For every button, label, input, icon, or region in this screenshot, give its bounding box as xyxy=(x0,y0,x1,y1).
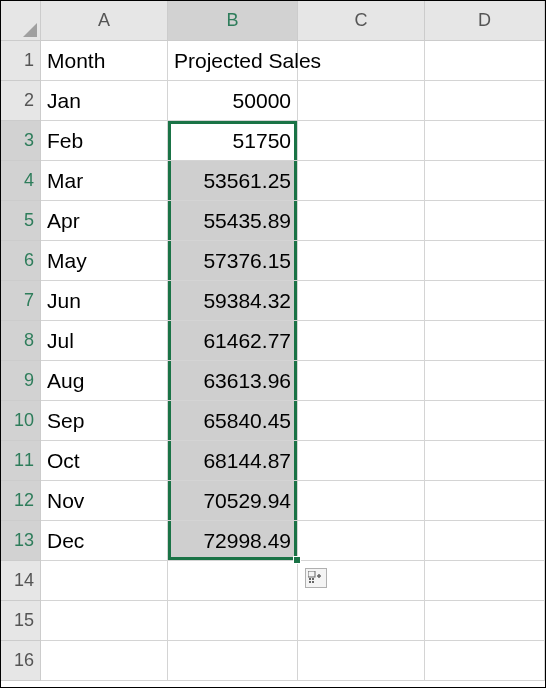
cell-A16[interactable] xyxy=(41,641,168,681)
cell-D8[interactable] xyxy=(425,321,545,361)
cell-C12[interactable] xyxy=(298,481,425,521)
row-header-12[interactable]: 12 xyxy=(1,481,41,521)
row-header-14[interactable]: 14 xyxy=(1,561,41,601)
cell-C3[interactable] xyxy=(298,121,425,161)
row-header-8[interactable]: 8 xyxy=(1,321,41,361)
cell-A1[interactable]: Month xyxy=(41,41,168,81)
row-header-16[interactable]: 16 xyxy=(1,641,41,681)
cell-C10[interactable] xyxy=(298,401,425,441)
row-header-1[interactable]: 1 xyxy=(1,41,41,81)
svg-rect-0 xyxy=(308,571,315,577)
svg-rect-3 xyxy=(309,581,311,583)
cell-A6[interactable]: May xyxy=(41,241,168,281)
cell-C16[interactable] xyxy=(298,641,425,681)
cell-B8[interactable]: 61462.77 xyxy=(168,321,298,361)
svg-rect-1 xyxy=(309,578,311,580)
cell-D9[interactable] xyxy=(425,361,545,401)
cell-A3[interactable]: Feb xyxy=(41,121,168,161)
select-all-corner[interactable] xyxy=(1,1,41,41)
cell-B6[interactable]: 57376.15 xyxy=(168,241,298,281)
cell-D12[interactable] xyxy=(425,481,545,521)
cell-D6[interactable] xyxy=(425,241,545,281)
cell-C6[interactable] xyxy=(298,241,425,281)
cell-C8[interactable] xyxy=(298,321,425,361)
cell-D1[interactable] xyxy=(425,41,545,81)
cell-A8[interactable]: Jul xyxy=(41,321,168,361)
row-header-5[interactable]: 5 xyxy=(1,201,41,241)
cell-D10[interactable] xyxy=(425,401,545,441)
cell-B7[interactable]: 59384.32 xyxy=(168,281,298,321)
row-header-11[interactable]: 11 xyxy=(1,441,41,481)
cell-C9[interactable] xyxy=(298,361,425,401)
cell-D5[interactable] xyxy=(425,201,545,241)
row-header-9[interactable]: 9 xyxy=(1,361,41,401)
row-header-2[interactable]: 2 xyxy=(1,81,41,121)
svg-rect-4 xyxy=(312,581,314,583)
row-header-4[interactable]: 4 xyxy=(1,161,41,201)
cell-B3[interactable]: 51750 xyxy=(168,121,298,161)
row-header-15[interactable]: 15 xyxy=(1,601,41,641)
cell-D15[interactable] xyxy=(425,601,545,641)
row-header-6[interactable]: 6 xyxy=(1,241,41,281)
row-header-3[interactable]: 3 xyxy=(1,121,41,161)
cell-B15[interactable] xyxy=(168,601,298,641)
cell-B13[interactable]: 72998.49 xyxy=(168,521,298,561)
cell-D14[interactable] xyxy=(425,561,545,601)
cell-A15[interactable] xyxy=(41,601,168,641)
cell-C13[interactable] xyxy=(298,521,425,561)
cell-C15[interactable] xyxy=(298,601,425,641)
cell-A4[interactable]: Mar xyxy=(41,161,168,201)
cell-C5[interactable] xyxy=(298,201,425,241)
svg-rect-2 xyxy=(312,578,314,580)
cell-A11[interactable]: Oct xyxy=(41,441,168,481)
cell-B10[interactable]: 65840.45 xyxy=(168,401,298,441)
cell-B1[interactable]: Projected Sales xyxy=(168,41,298,81)
cell-A12[interactable]: Nov xyxy=(41,481,168,521)
cell-D2[interactable] xyxy=(425,81,545,121)
cell-B11[interactable]: 68144.87 xyxy=(168,441,298,481)
cell-B12[interactable]: 70529.94 xyxy=(168,481,298,521)
row-header-13[interactable]: 13 xyxy=(1,521,41,561)
cell-C4[interactable] xyxy=(298,161,425,201)
col-header-C[interactable]: C xyxy=(298,1,425,41)
cell-B5[interactable]: 55435.89 xyxy=(168,201,298,241)
cell-B4[interactable]: 53561.25 xyxy=(168,161,298,201)
cell-B14[interactable] xyxy=(168,561,298,601)
cell-A7[interactable]: Jun xyxy=(41,281,168,321)
cell-A5[interactable]: Apr xyxy=(41,201,168,241)
col-header-B[interactable]: B xyxy=(168,1,298,41)
cell-C2[interactable] xyxy=(298,81,425,121)
fill-handle[interactable] xyxy=(293,556,301,564)
cell-C11[interactable] xyxy=(298,441,425,481)
cell-D16[interactable] xyxy=(425,641,545,681)
autofill-options-button[interactable] xyxy=(305,568,327,588)
cell-C7[interactable] xyxy=(298,281,425,321)
cell-A14[interactable] xyxy=(41,561,168,601)
row-header-7[interactable]: 7 xyxy=(1,281,41,321)
cell-B2[interactable]: 50000 xyxy=(168,81,298,121)
col-header-D[interactable]: D xyxy=(425,1,545,41)
spreadsheet-grid[interactable]: ABCD1MonthProjected Sales2Jan500003Feb51… xyxy=(1,1,545,681)
cell-A9[interactable]: Aug xyxy=(41,361,168,401)
cell-B16[interactable] xyxy=(168,641,298,681)
cell-D3[interactable] xyxy=(425,121,545,161)
cell-D11[interactable] xyxy=(425,441,545,481)
cell-D7[interactable] xyxy=(425,281,545,321)
cell-A2[interactable]: Jan xyxy=(41,81,168,121)
col-header-A[interactable]: A xyxy=(41,1,168,41)
cell-A10[interactable]: Sep xyxy=(41,401,168,441)
cell-A13[interactable]: Dec xyxy=(41,521,168,561)
cell-B9[interactable]: 63613.96 xyxy=(168,361,298,401)
row-header-10[interactable]: 10 xyxy=(1,401,41,441)
cell-D4[interactable] xyxy=(425,161,545,201)
cell-D13[interactable] xyxy=(425,521,545,561)
